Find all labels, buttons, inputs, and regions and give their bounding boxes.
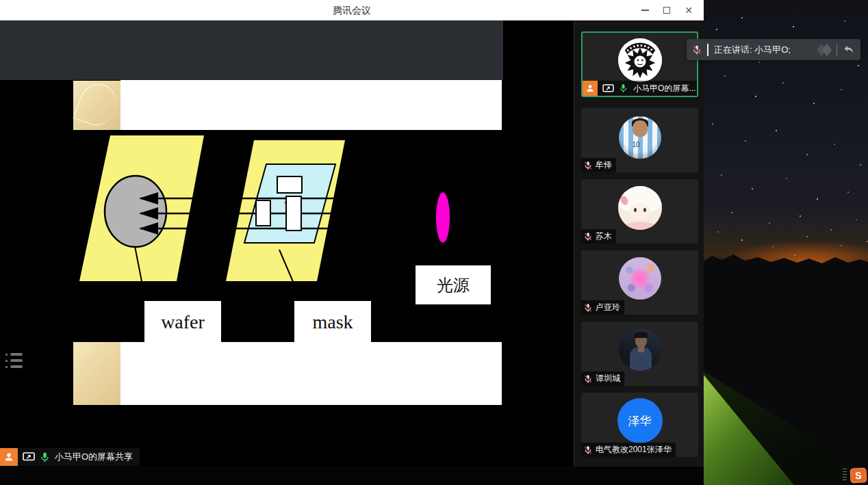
participant-name: 牟怿 [596,159,612,171]
minimize-button[interactable] [634,0,656,21]
light-source-label: 光源 [416,265,491,304]
wafer-label-text: wafer [161,311,205,333]
toast-icon-divider [837,44,837,55]
participant-name: 卢亚玲 [596,302,620,313]
avatar-anime-character [618,186,662,230]
window-controls: ✕ [634,0,700,21]
mic-muted-icon [583,445,593,455]
participant-name: 谭圳城 [596,373,620,384]
desktop-icon-label-dots [843,469,847,482]
reaction-icon [822,43,832,56]
meeting-window: 腾讯会议 ✕ [0,0,704,467]
maximize-icon [663,7,670,14]
speaking-toast-text: 正在讲话: 小马甲O; [714,44,791,56]
avatar-initials: 泽华 [617,398,663,443]
participants-sidebar: 小马甲O的屏幕... 10 牟怿 [574,21,704,467]
toast-divider [707,44,709,56]
participant-name: 苏木 [596,231,612,242]
host-badge-icon [583,81,598,96]
avatar-meme-face [618,38,662,82]
close-button[interactable]: ✕ [678,0,700,21]
stars-decoration [704,0,705,1]
screen-share-icon [23,452,35,462]
minimize-icon [641,10,649,11]
desktop-wallpaper: S [704,0,868,485]
mic-on-icon [40,451,50,463]
avatar-photo-portrait [619,328,661,371]
participant-tile[interactable]: 谭圳城 [581,322,698,386]
reply-arrow-icon[interactable] [843,44,854,55]
desktop-icon-s[interactable]: S [850,467,867,483]
mic-muted-icon [583,232,593,241]
participant-tile[interactable]: 卢亚玲 [581,250,698,315]
person-icon [3,451,14,462]
mic-muted-icon [583,374,593,384]
host-badge-icon [0,448,18,466]
person-icon [585,83,595,93]
speaking-toast: 正在讲话: 小马甲O; [687,39,860,60]
participant-tile-active-speaker[interactable]: 小马甲O的屏幕... [581,31,698,97]
mic-muted-icon [691,44,702,55]
participant-name: 电气教改2001张泽华 [596,444,672,456]
screen-share-banner: 小马甲O的屏幕共享 [0,448,140,466]
mic-muted-icon [583,303,593,313]
mask-label: mask [294,301,371,343]
participant-name: 小马甲O的屏幕... [633,83,695,94]
participant-tile[interactable]: 10 牟怿 [581,108,698,172]
avatar-football-player: 10 [619,116,661,159]
slideshow-menu-icon[interactable] [5,353,26,373]
shared-screen-stage: wafer mask 光源 [0,21,574,467]
light-source-shape [436,192,450,243]
lithography-diagram [0,21,574,467]
taskbar-strip [0,467,704,485]
mic-on-icon [619,83,628,94]
maximize-button[interactable] [656,0,678,21]
participant-tile[interactable]: 苏木 [581,179,698,244]
window-title: 腾讯会议 [0,0,704,21]
light-source-label-text: 光源 [437,274,470,296]
screen-share-icon [602,84,614,93]
participant-tile[interactable]: 泽华 电气教改2001张泽华 [581,393,698,457]
avatar-initials-text: 泽华 [628,413,652,429]
wafer-label: wafer [144,301,221,343]
window-titlebar: 腾讯会议 ✕ [0,0,704,21]
screen-share-banner-text: 小马甲O的屏幕共享 [55,451,133,463]
close-icon: ✕ [685,5,693,16]
mic-muted-icon [583,161,593,170]
mask-label-text: mask [312,311,353,333]
avatar-pink-drawing [619,257,661,300]
screen: S 腾讯会议 ✕ [0,0,868,485]
